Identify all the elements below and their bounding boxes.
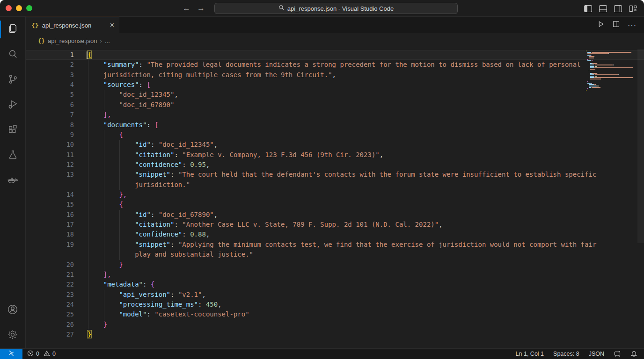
code-text: { bbox=[88, 200, 123, 209]
activity-accounts[interactable] bbox=[0, 298, 25, 323]
line-number: 18 bbox=[26, 230, 74, 239]
line-number: 26 bbox=[26, 320, 74, 330]
customize-layout-icon[interactable] bbox=[629, 5, 637, 13]
tab-api-response-json[interactable]: {} api_response.json × bbox=[26, 17, 119, 33]
zoom-window-button[interactable] bbox=[26, 5, 32, 11]
code-line[interactable]: 12 "confidence": 0.95, bbox=[26, 160, 644, 170]
code-line[interactable]: 21 ], bbox=[26, 270, 644, 280]
title-bar: ← → api_response.json - Visual Studio Co… bbox=[0, 0, 644, 17]
errors-count: 0 bbox=[36, 351, 39, 357]
code-line[interactable]: 23 "api_version": "v2.1", bbox=[26, 290, 644, 300]
close-window-button[interactable] bbox=[6, 5, 12, 11]
more-actions-icon[interactable]: ··· bbox=[628, 21, 637, 29]
problems-indicator[interactable]: 0 0 bbox=[22, 350, 56, 358]
toggle-primary-sidebar-icon[interactable] bbox=[584, 5, 593, 13]
code-text: "documents": [ bbox=[88, 120, 159, 130]
code-line[interactable]: 4 "sources": [ bbox=[26, 80, 644, 90]
tab-bar: {} api_response.json × ··· bbox=[26, 17, 644, 33]
feedback-icon[interactable] bbox=[614, 351, 621, 358]
code-line[interactable]: 9 { bbox=[26, 130, 644, 140]
close-tab-icon[interactable]: × bbox=[110, 22, 114, 29]
activity-source-control[interactable] bbox=[0, 67, 25, 93]
code-line[interactable]: 11 "citation": "Example v. Company, 123 … bbox=[26, 150, 644, 160]
activity-run-debug[interactable] bbox=[0, 93, 25, 118]
line-number: 2 bbox=[26, 60, 74, 70]
code-line[interactable]: 15 { bbox=[26, 200, 644, 209]
scrollbar[interactable] bbox=[637, 49, 644, 243]
vscode-window: ← → api_response.json - Visual Studio Co… bbox=[0, 0, 644, 359]
nav-back-icon[interactable]: ← bbox=[183, 4, 190, 13]
remote-indicator[interactable] bbox=[0, 349, 22, 359]
code-text: "id": "doc_id_12345", bbox=[88, 140, 218, 150]
code-line[interactable]: 10 "id": "doc_id_12345", bbox=[26, 140, 644, 150]
activity-docker[interactable] bbox=[0, 168, 25, 194]
minimap[interactable] bbox=[586, 50, 637, 91]
code-line[interactable]: 18 "confidence": 0.88, bbox=[26, 230, 644, 239]
code-line[interactable]: 3 jurisdiction, citing multiple cases fr… bbox=[26, 70, 644, 80]
split-editor-icon[interactable] bbox=[612, 20, 620, 30]
code-text: "snippet": "The court held that the defe… bbox=[88, 170, 596, 180]
line-number: 15 bbox=[26, 200, 74, 209]
code-line[interactable]: 2 "summary": "The provided legal documen… bbox=[26, 60, 644, 70]
bell-icon[interactable] bbox=[630, 351, 637, 358]
code-text: "confidence": 0.95, bbox=[88, 160, 210, 170]
activity-search[interactable] bbox=[0, 42, 25, 67]
line-number: 8 bbox=[26, 120, 74, 130]
code-line[interactable]: 7 ], bbox=[26, 110, 644, 120]
run-debug-icon bbox=[7, 99, 19, 112]
breadcrumb-rest[interactable]: ... bbox=[105, 37, 110, 44]
line-number: 13 bbox=[26, 170, 74, 180]
code-text: "doc_id_12345", bbox=[88, 90, 178, 100]
line-number: 12 bbox=[26, 160, 74, 170]
toggle-secondary-sidebar-icon[interactable] bbox=[614, 5, 622, 13]
cursor-position[interactable]: Ln 1, Col 1 bbox=[516, 351, 544, 357]
errors-icon bbox=[27, 350, 34, 358]
code-line[interactable]: 25 "model": "casetext-cocounsel-pro" bbox=[26, 309, 644, 319]
code-line[interactable]: 19 "snippet": "Applying the minimum cont… bbox=[26, 240, 644, 250]
code-line[interactable]: 27} bbox=[26, 330, 644, 339]
activity-extensions[interactable] bbox=[0, 118, 25, 143]
activity-settings[interactable] bbox=[0, 323, 25, 348]
code-text: "confidence": 0.88, bbox=[88, 230, 210, 239]
line-number: 23 bbox=[26, 290, 74, 300]
code-line[interactable]: 5 "doc_id_12345", bbox=[26, 90, 644, 100]
code-line[interactable]: 26 } bbox=[26, 320, 644, 330]
line-number: 10 bbox=[26, 140, 74, 150]
code-line[interactable]: 24 "processing_time_ms": 450, bbox=[26, 300, 644, 309]
code-line[interactable]: 14 }, bbox=[26, 190, 644, 200]
code-text: } bbox=[88, 260, 123, 270]
toggle-panel-icon[interactable] bbox=[599, 5, 607, 13]
code-line[interactable]: 8 "documents": [ bbox=[26, 120, 644, 130]
code-text: ], bbox=[88, 270, 111, 280]
code-lines[interactable]: 1{2 "summary": "The provided legal docum… bbox=[26, 48, 644, 348]
code-line[interactable]: 20 } bbox=[26, 260, 644, 270]
line-number: 14 bbox=[26, 190, 74, 200]
code-text: jurisdiction." bbox=[88, 180, 190, 190]
tab-label: api_response.json bbox=[42, 22, 92, 29]
run-icon[interactable] bbox=[597, 20, 605, 30]
line-number: 20 bbox=[26, 260, 74, 270]
line-number: 27 bbox=[26, 330, 74, 339]
status-bar: 0 0 Ln 1, Col 1 Spaces: 8 JSON bbox=[0, 348, 644, 359]
line-number: 11 bbox=[26, 150, 74, 160]
command-center[interactable]: api_response.json - Visual Studio Code bbox=[214, 3, 458, 14]
code-line[interactable]: 22 "metadata": { bbox=[26, 280, 644, 289]
breadcrumb-file[interactable]: api_response.json bbox=[48, 37, 97, 44]
editor[interactable]: 1{2 "summary": "The provided legal docum… bbox=[26, 48, 644, 348]
minimize-window-button[interactable] bbox=[16, 5, 22, 11]
code-line[interactable]: 16 "id": "doc_id_67890", bbox=[26, 210, 644, 220]
code-line[interactable]: 6 "doc_id_67890" bbox=[26, 100, 644, 110]
code-line[interactable]: 1{ bbox=[26, 50, 644, 60]
code-line[interactable]: 17 "citation": "Another Case LLC v. Stat… bbox=[26, 220, 644, 230]
activity-testing[interactable] bbox=[0, 143, 25, 168]
activity-explorer[interactable] bbox=[0, 17, 25, 42]
indentation-setting[interactable]: Spaces: 8 bbox=[553, 351, 579, 357]
search-icon bbox=[278, 5, 285, 12]
code-line[interactable]: 13 "snippet": "The court held that the d… bbox=[26, 170, 644, 180]
code-text: "summary": "The provided legal documents… bbox=[88, 60, 581, 70]
code-line[interactable]: play and substantial justice." bbox=[26, 250, 644, 259]
language-mode[interactable]: JSON bbox=[589, 351, 604, 357]
nav-forward-icon[interactable]: → bbox=[197, 4, 205, 13]
warnings-count: 0 bbox=[52, 351, 56, 357]
code-line[interactable]: jurisdiction." bbox=[26, 180, 644, 190]
